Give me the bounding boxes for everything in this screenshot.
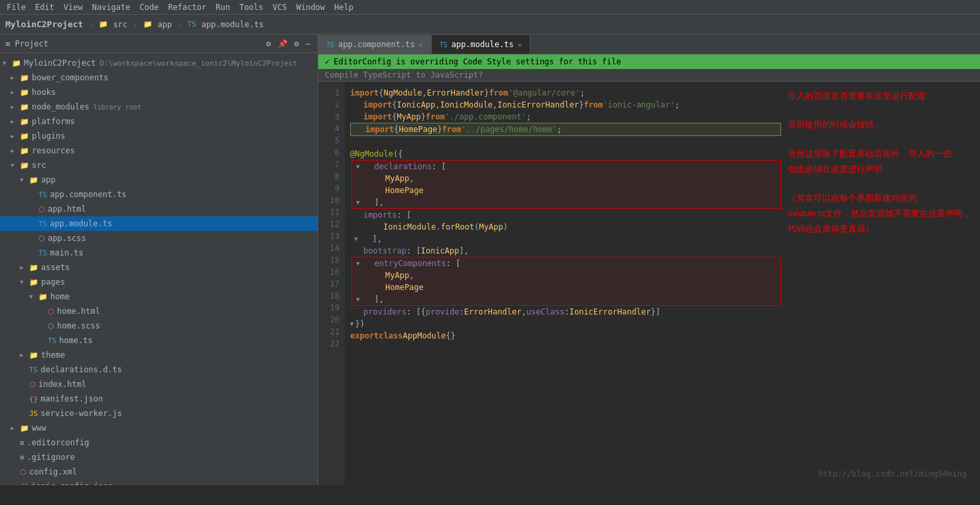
tree-pages[interactable]: ▼ 📁 pages bbox=[0, 275, 318, 289]
property: entryComponents bbox=[374, 257, 446, 269]
code-text: MyApp bbox=[479, 221, 503, 233]
tree-gitignore[interactable]: ≡ .gitignore bbox=[0, 450, 318, 465]
ts-file-icon: TS bbox=[29, 366, 38, 374]
breadcrumb-app[interactable]: app bbox=[158, 20, 172, 29]
tree-home-ts[interactable]: TS home.ts bbox=[0, 333, 318, 348]
json-file-icon: {} bbox=[29, 395, 38, 403]
folder-icon: 📁 bbox=[20, 161, 29, 170]
tree-config-xml[interactable]: ⬡ config.xml bbox=[0, 465, 318, 479]
tree-main-ts[interactable]: TS main.ts bbox=[0, 246, 318, 260]
tree-home-folder[interactable]: ▼ 📁 home bbox=[0, 289, 318, 304]
tree-home-scss[interactable]: ⬡ home.scss bbox=[0, 319, 318, 333]
panel-pin-icon[interactable]: 📌 bbox=[276, 38, 290, 49]
tree-platforms[interactable]: ▶ 📁 platforms bbox=[0, 114, 318, 129]
tree-label: .gitignore bbox=[27, 453, 75, 462]
menu-tools[interactable]: Tools bbox=[235, 1, 267, 13]
code-content[interactable]: import { NgModule , ErrorHandler } from … bbox=[345, 82, 781, 485]
menu-navigate[interactable]: Navigate bbox=[88, 1, 135, 13]
tree-node-modules[interactable]: ▶ 📁 node_modules library root bbox=[0, 100, 318, 114]
annotation-5: （其实可以在每个界面新建对应的 bbox=[788, 190, 973, 206]
code-text: , bbox=[521, 306, 526, 318]
breadcrumb-src[interactable]: src bbox=[113, 20, 128, 29]
tree-app-html[interactable]: ⬡ app.html bbox=[0, 202, 318, 216]
tab-close-icon[interactable]: ✕ bbox=[518, 41, 522, 48]
annotation-3: 当然这里除了配置基础页面外，导入的一些 bbox=[788, 146, 973, 161]
html-file-icon: ⬡ bbox=[29, 380, 36, 389]
keyword: export bbox=[350, 330, 379, 342]
fold-arrow[interactable]: ▼ bbox=[356, 257, 359, 269]
code-line-13: ▼ ], bbox=[350, 233, 781, 245]
tree-home-html[interactable]: ⬡ home.html bbox=[0, 304, 318, 319]
tab-app-component[interactable]: TS app.component.ts ✕ bbox=[318, 35, 432, 54]
fold-arrow[interactable]: ▼ bbox=[356, 293, 359, 305]
property: provide bbox=[426, 306, 459, 318]
tree-index-html[interactable]: ⬡ index.html bbox=[0, 377, 318, 392]
annotation-6: module.ts文件，然后页面就不需要在这里声明， bbox=[788, 206, 973, 221]
ts-file-icon: TS bbox=[38, 220, 47, 228]
menu-view[interactable]: View bbox=[60, 1, 87, 13]
tree-app-scss[interactable]: ⬡ app.scss bbox=[0, 231, 318, 246]
tab-app-module[interactable]: TS app.module.ts ✕ bbox=[432, 35, 530, 54]
compile-bar: Compile TypeScript to JavaScript? bbox=[318, 69, 980, 82]
code-text: }] bbox=[651, 306, 660, 318]
menu-vcs[interactable]: VCS bbox=[269, 1, 291, 13]
panel-close-icon[interactable]: — bbox=[304, 38, 312, 49]
tree-plugins[interactable]: ▶ 📁 plugins bbox=[0, 129, 318, 143]
menu-code[interactable]: Code bbox=[136, 1, 163, 13]
menu-window[interactable]: Window bbox=[292, 1, 329, 13]
menu-edit[interactable]: Edit bbox=[31, 1, 58, 13]
panel-settings-icon[interactable]: ⚙ bbox=[264, 38, 273, 49]
code-editor[interactable]: 12345 678910 1112131415 1617181920 2122 … bbox=[318, 82, 781, 485]
tree-www[interactable]: ▶ 📁 www bbox=[0, 421, 318, 435]
code-text: . bbox=[436, 221, 440, 233]
breadcrumb-file[interactable]: app.module.ts bbox=[202, 20, 264, 29]
tree-src[interactable]: ▼ 📁 src bbox=[0, 158, 318, 173]
notification-text: EditorConfig is overriding Code Style se… bbox=[334, 57, 621, 66]
tree-hooks[interactable]: ▶ 📁 hooks bbox=[0, 85, 318, 100]
tree-assets[interactable]: ▶ 📁 assets bbox=[0, 260, 318, 275]
declarations-box: ▼ declarations : [ MyApp , HomePa bbox=[351, 160, 781, 209]
panel-gear-icon[interactable]: ⚙ bbox=[292, 38, 301, 49]
text-file-icon: ≡ bbox=[20, 439, 25, 447]
tree-label: app bbox=[41, 175, 56, 184]
tree-ionic-config[interactable]: {} ionic.config.json bbox=[0, 479, 318, 485]
code-text: IonicApp bbox=[421, 245, 459, 257]
js-file-icon: JS bbox=[29, 409, 38, 418]
tree-label: assets bbox=[41, 263, 70, 272]
code-text: : bbox=[459, 306, 464, 318]
code-text: , bbox=[493, 99, 497, 111]
code-line-15: ▼ entryComponents : [ bbox=[352, 257, 780, 269]
code-annotations-container: 12345 678910 1112131415 1617181920 2122 … bbox=[318, 82, 980, 485]
tree-editorconfig[interactable]: ≡ .editorconfig bbox=[0, 435, 318, 450]
tree-service-worker[interactable]: JS service-worker.js bbox=[0, 406, 318, 421]
annotation-7: 代码也会显得更直观） bbox=[788, 221, 973, 236]
tree-label: resources bbox=[32, 146, 75, 155]
tree-app-module-ts[interactable]: TS app.module.ts bbox=[0, 216, 318, 231]
fold-arrow[interactable]: ▼ bbox=[354, 233, 357, 245]
menu-help[interactable]: Help bbox=[330, 1, 357, 13]
menu-file[interactable]: File bbox=[3, 1, 30, 13]
scss-file-icon: ⬡ bbox=[38, 234, 45, 243]
menu-refactor[interactable]: Refactor bbox=[164, 1, 210, 13]
tree-resources[interactable]: ▶ 📁 resources bbox=[0, 143, 318, 158]
menu-run[interactable]: Run bbox=[212, 1, 234, 13]
tree-theme[interactable]: ▶ 📁 theme bbox=[0, 348, 318, 362]
tree-app-component-ts[interactable]: TS app.component.ts bbox=[0, 187, 318, 202]
fold-arrow[interactable]: ▼ bbox=[356, 161, 359, 173]
folder-icon: 📁 bbox=[29, 176, 38, 184]
tree-bower[interactable]: ▶ 📁 bower_components bbox=[0, 70, 318, 85]
tree-declarations[interactable]: TS declarations.d.ts bbox=[0, 362, 318, 377]
tab-close-icon[interactable]: ✕ bbox=[419, 41, 423, 48]
fold-arrow[interactable]: ▼ bbox=[350, 318, 353, 330]
fold-arrow[interactable]: ▼ bbox=[356, 196, 359, 208]
tree-app[interactable]: ▼ 📁 app bbox=[0, 173, 318, 187]
code-text: HomePage bbox=[385, 281, 424, 293]
tree-manifest-json[interactable]: {} manifest.json bbox=[0, 392, 318, 406]
tree-label: www bbox=[32, 423, 46, 433]
keyword: import bbox=[363, 111, 392, 123]
code-text: ) bbox=[503, 221, 508, 233]
watermark: http://blog.csdn.net/ming54ming bbox=[818, 469, 967, 478]
tree-label: config.xml bbox=[29, 467, 77, 476]
tree-root[interactable]: ▼ 📁 MyloinC2Project D:\workspace\workspa… bbox=[0, 56, 318, 70]
code-text: HomePage bbox=[399, 123, 438, 135]
